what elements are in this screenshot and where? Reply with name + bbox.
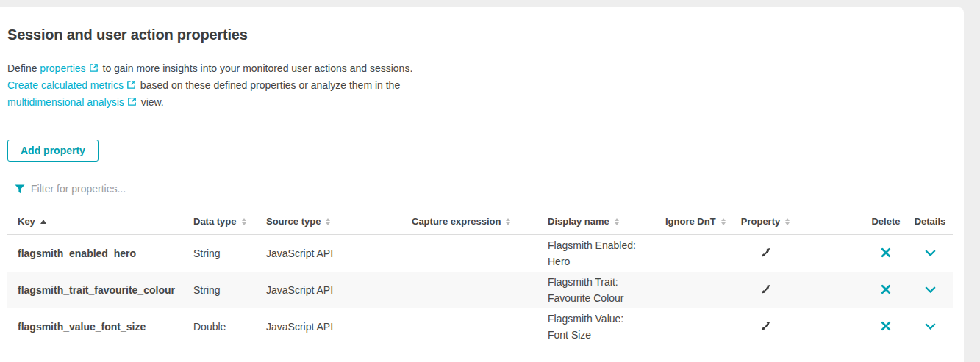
table-row: flagsmith_trait_favourite_colour String … — [7, 272, 953, 308]
property-key: flagsmith_enabled_hero — [18, 247, 136, 259]
table-body: flagsmith_enabled_hero String JavaScript… — [7, 235, 953, 345]
sort-ascending-icon — [40, 220, 46, 224]
delete-x-icon — [881, 247, 891, 260]
sort-icon — [242, 218, 246, 225]
intro-line1-pre: Define — [7, 62, 40, 74]
external-link-icon — [89, 61, 99, 77]
session-property-arrows-icon — [759, 247, 772, 261]
page-title: Session and user action properties — [7, 26, 964, 43]
column-header-delete: Delete — [865, 216, 907, 227]
sort-icon — [785, 218, 790, 225]
table-header-row: Key Data type Source type Capture expres… — [7, 216, 953, 235]
column-header-property[interactable]: Property — [729, 216, 802, 227]
property-display-name: Flagsmith Trait: Favourite Colour — [548, 274, 645, 306]
delete-x-icon — [881, 284, 891, 297]
intro-line3-post: view. — [138, 96, 164, 108]
column-header-source-type[interactable]: Source type — [256, 216, 401, 227]
column-header-display-name[interactable]: Display name — [537, 216, 655, 227]
intro-text: Define properties to gain more insights … — [7, 60, 964, 111]
sort-icon — [721, 218, 726, 225]
sort-icon — [615, 218, 619, 225]
filter-funnel-icon — [15, 184, 25, 194]
filter-field[interactable] — [15, 183, 964, 195]
delete-button[interactable] — [879, 246, 893, 261]
column-header-data-type[interactable]: Data type — [183, 216, 256, 227]
chevron-down-icon — [925, 285, 936, 296]
table-row: flagsmith_value_font_size Double JavaScr… — [7, 308, 953, 345]
delete-button[interactable] — [879, 319, 893, 335]
details-expand-button[interactable] — [923, 247, 937, 261]
column-header-details: Details — [907, 216, 953, 227]
session-property-arrows-icon — [759, 283, 772, 297]
property-source-type: JavaScript API — [266, 247, 333, 259]
property-key: flagsmith_value_font_size — [18, 321, 146, 333]
sort-icon — [506, 218, 510, 225]
filter-properties-input[interactable] — [31, 183, 266, 195]
property-data-type: String — [193, 284, 221, 296]
chevron-down-icon — [925, 248, 936, 259]
property-source-type: JavaScript API — [266, 284, 333, 296]
intro-line1-post: to gain more insights into your monitore… — [100, 62, 413, 74]
create-calculated-metrics-link[interactable]: Create calculated metrics — [7, 79, 124, 91]
delete-button[interactable] — [879, 283, 893, 298]
details-expand-button[interactable] — [923, 320, 937, 334]
multidimensional-analysis-link[interactable]: multidimensional analysis — [7, 96, 124, 108]
properties-table: Key Data type Source type Capture expres… — [7, 216, 953, 345]
property-data-type: String — [193, 247, 221, 259]
details-expand-button[interactable] — [923, 283, 937, 297]
session-property-arrows-icon — [759, 320, 772, 334]
sort-icon — [326, 218, 330, 225]
column-header-key[interactable]: Key — [7, 216, 183, 227]
property-display-name: Flagsmith Value: Font Size — [548, 311, 645, 343]
column-header-capture-expression[interactable]: Capture expression — [401, 216, 537, 227]
property-key: flagsmith_trait_favourite_colour — [18, 284, 175, 296]
property-source-type: JavaScript API — [266, 321, 333, 333]
properties-link[interactable]: properties — [40, 62, 85, 74]
property-data-type: Double — [193, 321, 226, 333]
property-display-name: Flagsmith Enabled: Hero — [548, 237, 645, 269]
external-link-icon — [126, 78, 136, 94]
chevron-down-icon — [925, 322, 936, 333]
external-link-icon — [127, 95, 137, 111]
settings-card: Session and user action properties Defin… — [0, 7, 964, 362]
table-row: flagsmith_enabled_hero String JavaScript… — [7, 235, 953, 272]
delete-x-icon — [881, 321, 891, 333]
intro-line2-post: based on these defined properties or ana… — [137, 79, 400, 91]
column-header-ignore-dnt[interactable]: Ignore DnT — [655, 216, 729, 227]
add-property-button[interactable]: Add property — [7, 140, 99, 162]
